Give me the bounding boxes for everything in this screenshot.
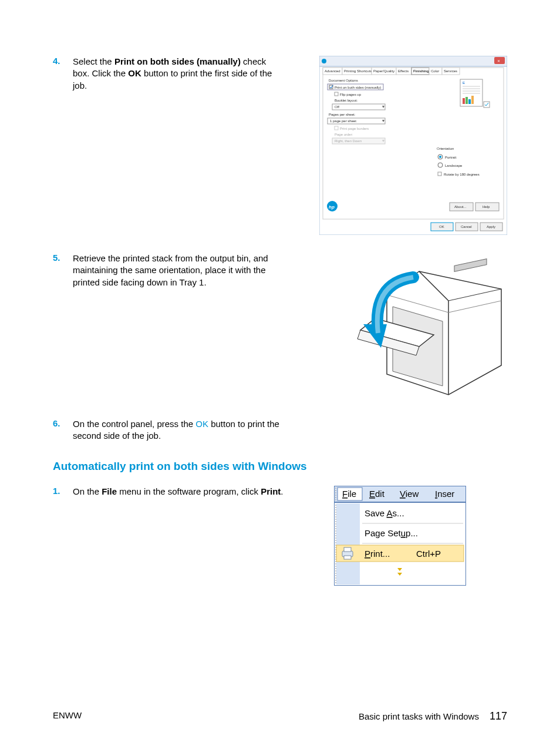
svg-text:hp: hp xyxy=(329,204,335,210)
svg-text:Printing Shortcuts: Printing Shortcuts xyxy=(344,69,372,73)
svg-rect-86 xyxy=(344,556,351,559)
svg-point-50 xyxy=(439,156,441,158)
svg-rect-68 xyxy=(454,259,487,272)
svg-text:Paper/Quality: Paper/Quality xyxy=(373,69,394,73)
step-number: 6. xyxy=(53,418,73,428)
svg-rect-24 xyxy=(335,92,338,96)
svg-rect-27 xyxy=(332,104,385,110)
file-menu-svg: File Edit View Inser Save As... Page Set… xyxy=(334,486,466,586)
svg-text:Cancel: Cancel xyxy=(461,225,472,228)
svg-point-52 xyxy=(438,163,443,167)
svg-text:Services: Services xyxy=(444,69,457,73)
svg-rect-32 xyxy=(335,126,338,130)
svg-text:Print page borders: Print page borders xyxy=(340,127,369,130)
footer-left: ENWW xyxy=(53,710,82,723)
page-content: 4. Select the Print on both sides (manua… xyxy=(0,0,560,639)
page-footer: ENWW Basic print tasks with Windows117 xyxy=(53,710,507,723)
step-text: Select the Print on both sides (manually… xyxy=(73,56,284,92)
step-4: 4. Select the Print on both sides (manua… xyxy=(53,56,507,235)
svg-text:View: View xyxy=(400,489,419,499)
dialog-figure: ✕ Advanced Printing Shortcuts Paper/Qual… xyxy=(284,56,507,235)
svg-text:1 page per sheet: 1 page per sheet xyxy=(330,119,356,123)
svg-text:Page Setup...: Page Setup... xyxy=(365,528,418,538)
svg-text:Right, then Down: Right, then Down xyxy=(335,139,362,143)
svg-text:Document Options: Document Options xyxy=(329,79,358,82)
svg-rect-90 xyxy=(336,563,360,582)
svg-text:Edit: Edit xyxy=(369,489,385,499)
svg-text:Help: Help xyxy=(483,205,490,209)
svg-rect-43 xyxy=(463,98,465,104)
svg-text:Print...: Print... xyxy=(365,549,390,559)
step-number: 4. xyxy=(53,56,73,66)
svg-text:Page order:: Page order: xyxy=(335,133,353,136)
svg-rect-85 xyxy=(344,547,351,552)
svg-text:Rotate by 180 degrees: Rotate by 180 degrees xyxy=(444,173,480,176)
svg-text:Inser: Inser xyxy=(435,489,454,499)
svg-rect-45 xyxy=(468,99,471,104)
svg-text:Flip pages up: Flip pages up xyxy=(340,93,362,96)
step-text: On the control panel, press the OK butto… xyxy=(73,418,284,442)
printer-svg xyxy=(331,248,507,401)
svg-text:Apply: Apply xyxy=(487,225,495,228)
svg-rect-46 xyxy=(471,96,474,104)
svg-text:Advanced: Advanced xyxy=(325,69,340,73)
svg-text:E: E xyxy=(463,81,465,85)
printer-figure xyxy=(284,253,507,401)
footer-right: Basic print tasks with Windows117 xyxy=(359,710,507,723)
svg-text:Effects: Effects xyxy=(398,69,409,73)
step-number: 5. xyxy=(53,253,73,263)
svg-rect-44 xyxy=(465,97,468,104)
step-text: On the File menu in the software program… xyxy=(73,486,284,498)
svg-text:Save As...: Save As... xyxy=(365,508,404,518)
svg-text:Booklet layout:: Booklet layout: xyxy=(335,99,358,102)
svg-text:About...: About... xyxy=(454,205,467,209)
svg-rect-1 xyxy=(319,56,507,66)
svg-text:Color: Color xyxy=(431,69,439,73)
svg-rect-83 xyxy=(336,545,464,562)
svg-point-4 xyxy=(322,59,326,63)
svg-text:Orientation: Orientation xyxy=(437,147,454,150)
svg-text:Portrait: Portrait xyxy=(445,156,457,159)
svg-rect-54 xyxy=(438,172,441,176)
step-5: 5. Retrieve the printed stack from the o… xyxy=(53,253,507,401)
section-heading: Automatically print on both sides with W… xyxy=(53,460,507,473)
svg-text:Pages per sheet:: Pages per sheet: xyxy=(329,113,356,116)
step-number: 1. xyxy=(53,486,73,496)
step-1: 1. On the File menu in the software prog… xyxy=(53,486,507,586)
svg-text:Landscape: Landscape xyxy=(445,164,463,167)
step-text: Retrieve the printed stack from the outp… xyxy=(73,253,284,288)
svg-text:File: File xyxy=(342,489,356,499)
svg-text:Finishing: Finishing xyxy=(413,69,429,73)
svg-text:Ctrl+P: Ctrl+P xyxy=(416,549,441,559)
svg-text:✕: ✕ xyxy=(497,59,500,63)
svg-text:OK: OK xyxy=(439,225,444,228)
print-dialog-svg: ✕ Advanced Printing Shortcuts Paper/Qual… xyxy=(319,56,507,235)
step-6: 6. On the control panel, press the OK bu… xyxy=(53,418,507,442)
menu-figure: File Edit View Inser Save As... Page Set… xyxy=(284,486,507,586)
svg-text:Off: Off xyxy=(335,105,339,109)
svg-text:Print on both sides (manually): Print on both sides (manually) xyxy=(335,86,381,89)
